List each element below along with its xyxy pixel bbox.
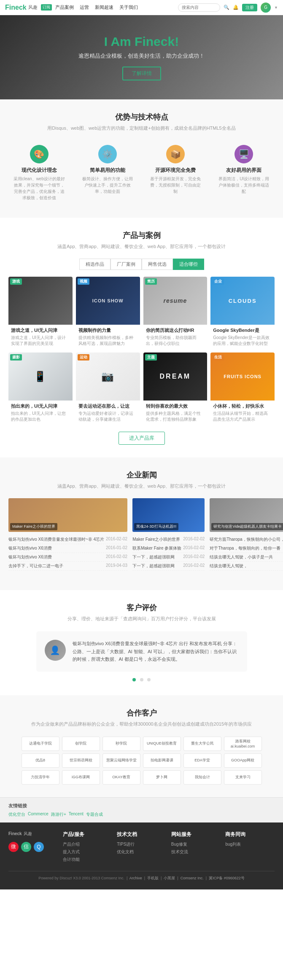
register-button[interactable]: 注册 xyxy=(242,4,257,11)
product-grid-row2: 📱 摄影 拍出来的，UI无人问津 拍出来的，UI无人问津，让您的作品更加出色 📷… xyxy=(8,352,275,425)
product-tabs: 精选作品 厂厂案例 网售优选 适合哪些 xyxy=(8,259,275,270)
news-list-item[interactable]: 银坏与划伤vivo X6消费2016-02-02 xyxy=(8,553,127,562)
partner-logo-12[interactable]: 力技清学年 xyxy=(22,770,59,785)
footer-bottom-link-3[interactable]: Comsenz Inc. xyxy=(181,876,204,880)
news-list-item[interactable]: Maker Faire之小班的世界2016-02-02 xyxy=(132,535,205,544)
search-input[interactable] xyxy=(178,3,220,12)
footer-logo-cn: 风趣 xyxy=(24,831,32,837)
footer-bottom: Powered by Discuz! X3.0 2001-2013 Comsen… xyxy=(8,871,275,881)
footer-link-service-0[interactable]: Bug修复 xyxy=(171,841,221,847)
footer-link-tech-1[interactable]: 优化文档 xyxy=(117,849,166,855)
partner-logo-3[interactable]: UNIQUE创投教育 xyxy=(143,737,181,751)
product-badge-3: 企业 xyxy=(212,278,224,285)
product-card-0[interactable]: 游戏 游戏之道，UI无人问津 游戏之道，UI无人问津，设计实现了界面的完美呈现 xyxy=(8,277,73,349)
partner-logo-11[interactable]: GOOApp网校 xyxy=(224,753,262,768)
news-list-item[interactable]: 联系Maker Faire 参展体验2016-02-02 xyxy=(132,544,205,553)
news-img-label-2: 研究与创意Vide超级机器人朋友卡结果卡 xyxy=(211,523,283,530)
product-badge-2: 简历 xyxy=(145,278,157,285)
nav-tag[interactable]: 订阅 xyxy=(41,4,52,11)
footer-social: 微 信 Q xyxy=(8,842,58,852)
product-name-1: 视频制作的力量 xyxy=(78,327,137,334)
tab-online[interactable]: 网售优选 xyxy=(142,259,173,270)
product-card-3[interactable]: CLOUDS 企业 Google SkyBender是 Google SkyBe… xyxy=(210,277,275,349)
qq-icon[interactable]: Q xyxy=(34,842,44,852)
partner-logo-10[interactable]: EDA学堂 xyxy=(183,753,221,768)
news-list-item[interactable]: 对于Tharopa，每恢朝向的，给你一番2016-01-02 xyxy=(210,544,283,553)
product-info-3: Google SkyBender是 Google SkyBender是一款高效的… xyxy=(210,325,275,349)
footer-bottom-link-2[interactable]: 小黑屋 xyxy=(164,876,175,880)
news-card-0: Maker Faire之小班的世界 银坏与划伤vivo X6消费音量发全球最强时… xyxy=(8,498,127,571)
footer-link-products-2[interactable]: 合计功能 xyxy=(63,857,112,863)
partner-logo-14[interactable]: OKAY教育 xyxy=(102,770,140,785)
partner-logo-7[interactable]: 世宗韩语网校 xyxy=(62,753,100,768)
friend-link-3[interactable]: Tencent xyxy=(69,812,84,817)
bell-icon[interactable]: 🔔 xyxy=(233,5,239,10)
product-desc-1: 提供精美视频制作模板，多种风格可选，展现品牌魅力 xyxy=(78,335,137,347)
friend-link-2[interactable]: 路游行+ xyxy=(51,812,66,817)
tab-factory[interactable]: 厂厂案例 xyxy=(111,259,142,270)
partners-subtitle: 作为企业做来的产品品牌标标的公众企业，帮助全球300000名企业共创创达成创建成… xyxy=(8,721,275,728)
footer-bottom-link-4[interactable]: 冀ICP备 #0960622号 xyxy=(209,876,245,880)
news-list-item[interactable]: 下一下，超感超强联网2016-02-02 xyxy=(132,553,205,562)
news-list-item[interactable]: 研究方面Tharopa，恢恢朝向的小公司，给你一番2016-01-02 xyxy=(210,535,283,544)
hero-title: I Am Fineck! xyxy=(78,35,205,49)
footer-link-biz-0[interactable]: bug列表 xyxy=(225,841,275,847)
avatar[interactable]: G xyxy=(261,3,271,13)
partner-logo-1[interactable]: 创学院 xyxy=(62,737,100,751)
product-badge-7: 生活 xyxy=(212,354,224,360)
partner-logo-8[interactable]: 慧聚云端网络学堂 xyxy=(102,753,140,768)
product-card-6[interactable]: DREAM 主题 转到你喜欢的最大效 提供多种主题风格，满足个性化需求，打造独特… xyxy=(143,352,208,425)
nav-item-news[interactable]: 新闻超速 xyxy=(95,4,113,11)
product-more-button[interactable]: 进入产品库 xyxy=(119,432,165,445)
footer-link-tech-0[interactable]: TIPS进行 xyxy=(117,841,166,847)
footer-bottom-link-1[interactable]: 手机版 xyxy=(147,876,159,880)
tab-suitable[interactable]: 适合哪些 xyxy=(173,259,204,270)
news-card-1: 黑魂24-3D打马达机器!!! Maker Faire之小班的世界2016-02… xyxy=(132,498,205,571)
search-icon[interactable]: 🔍 xyxy=(224,5,229,10)
partner-logo-9[interactable]: 拍电影网暑课 xyxy=(143,753,181,768)
partner-logo-6[interactable]: 优品8 xyxy=(22,753,59,768)
news-list-item[interactable]: 下一下，超感超强联网2016-02-02 xyxy=(132,562,205,571)
footer-link-products-0[interactable]: 产品介绍 xyxy=(63,841,112,847)
product-name-2: 你的简历就这么打动HR xyxy=(146,327,205,334)
partner-logos: 达通电子学院 创学院 秒学院 UNIQUE创投教育 重生大学公民 路客网校 ai… xyxy=(8,737,275,785)
news-list-item[interactable]: 去掉手下，可让你二进一电子2019-04-03 xyxy=(8,562,127,571)
nav-right: 🔍 🔔 注册 G ▼ xyxy=(178,3,278,13)
product-card-1[interactable]: ICON SHOW 视频 视频制作的力量 提供精美视频制作模板，多种风格可选，展… xyxy=(76,277,140,349)
partner-logo-2[interactable]: 秒学院 xyxy=(102,737,140,751)
partner-logo-5[interactable]: 路客网校 ai.kuaibei.com xyxy=(224,737,262,751)
product-card-7[interactable]: FRUITS ICONS 生活 小休杯，轻松，好快乐水 生活品味从细节开始，精选… xyxy=(210,352,275,425)
footer-link-products-1[interactable]: 提入方式 xyxy=(63,849,112,855)
friend-link-0[interactable]: 优化空台 xyxy=(8,812,25,817)
friend-link-1[interactable]: Commerce xyxy=(28,812,49,817)
news-list-item[interactable]: 结孩去哪无人驾驶，小孩子是一共2016-01-02 xyxy=(210,553,283,562)
product-info-6: 转到你喜欢的最大效 提供多种主题风格，满足个性化需求，打造独特品牌形象 xyxy=(143,401,208,425)
footer-link-service-1[interactable]: 技术交流 xyxy=(171,849,221,855)
chevron-down-icon[interactable]: ▼ xyxy=(274,5,278,10)
product-card-4[interactable]: 📱 摄影 拍出来的，UI无人问津 拍出来的，UI无人问津，让您的作品更加出色 xyxy=(8,352,73,425)
hero-cta-button[interactable]: 了解详情 xyxy=(122,67,161,80)
dot-0[interactable] xyxy=(132,678,136,681)
product-card-5[interactable]: 📷 运动 要去运动还在那么，让这 专为运动爱好者设计，记录运动轨迹，分享健康生活 xyxy=(76,352,140,425)
partner-logo-4[interactable]: 重生大学公民 xyxy=(183,737,221,751)
nav-item-products[interactable]: 产品案例 xyxy=(55,4,74,11)
product-card-2[interactable]: resume 简历 你的简历就这么打动HR 专业简历模板，助你脱颖而出，获得心仪… xyxy=(143,277,208,349)
partner-logo-0[interactable]: 达通电子学院 xyxy=(22,737,59,751)
nav-item-about[interactable]: 关于我们 xyxy=(119,4,138,11)
wechat-icon[interactable]: 信 xyxy=(21,842,31,852)
partner-logo-15[interactable]: 梦卜网 xyxy=(143,770,181,785)
nav-item-ops[interactable]: 运营 xyxy=(80,4,89,11)
footer-bottom-link-0[interactable]: Archive xyxy=(129,876,142,880)
weibo-icon[interactable]: 微 xyxy=(8,842,19,852)
partner-logo-16[interactable]: 我知会计 xyxy=(183,770,221,785)
news-list-item[interactable]: 银坏与划伤vivo X6消费2016-01-02 xyxy=(8,544,127,553)
news-list-item[interactable]: 银坏与划伤vivo X6消费音量发全球最强时~非 4芯片2016-02-02 xyxy=(8,535,127,544)
footer-col-title-1: 产品/服务 xyxy=(63,831,112,838)
friend-link-4[interactable]: 专题合成 xyxy=(86,812,103,817)
partner-logo-17[interactable]: 支来学习 xyxy=(224,770,262,785)
dot-1[interactable] xyxy=(140,678,143,681)
tab-featured[interactable]: 精选作品 xyxy=(79,259,111,270)
dot-2[interactable] xyxy=(147,678,151,681)
partner-logo-13[interactable]: iGG布课网 xyxy=(62,770,100,785)
news-list-item[interactable]: 结孩去哪无人驾驶，2016-01-02 xyxy=(210,562,283,571)
